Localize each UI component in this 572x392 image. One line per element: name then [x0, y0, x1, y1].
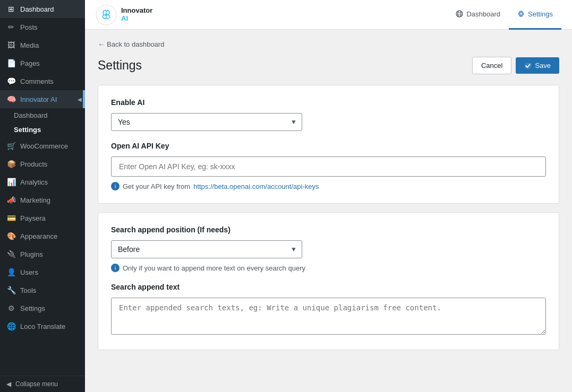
- users-icon: 👤: [6, 268, 16, 276]
- loco-translate-icon: 🌐: [6, 322, 16, 330]
- sidebar-sub-settings[interactable]: Settings: [0, 123, 85, 137]
- sidebar-item-innovator-ai[interactable]: 🧠 Innovator AI ◀: [0, 90, 85, 108]
- collapse-icon: ◀: [6, 380, 11, 388]
- settings-icon: ⚙: [6, 304, 16, 312]
- api-key-hint: i Get your API key from https://beta.ope…: [111, 182, 546, 190]
- search-text-section: Search append text: [111, 283, 546, 337]
- dashboard-icon: ⊞: [6, 5, 16, 13]
- posts-icon: ✏: [6, 23, 16, 31]
- paysera-icon: 💳: [6, 214, 16, 222]
- back-to-dashboard-link[interactable]: ← Back to dashboard: [98, 40, 559, 48]
- globe-icon: [456, 10, 463, 18]
- topnav-settings-button[interactable]: Settings: [509, 0, 561, 30]
- innovator-ai-icon: 🧠: [6, 95, 16, 103]
- svg-point-3: [105, 14, 107, 16]
- appearance-icon: 🎨: [6, 232, 16, 240]
- search-position-select-wrapper: Before After ▼: [111, 240, 302, 258]
- api-key-input[interactable]: [111, 156, 546, 177]
- save-button[interactable]: Save: [516, 57, 559, 74]
- enable-ai-select[interactable]: Yes No: [111, 113, 302, 131]
- sidebar-item-paysera[interactable]: 💳 Paysera: [0, 209, 85, 227]
- media-icon: 🖼: [6, 41, 16, 49]
- sidebar: ⊞ Dashboard ✏ Posts 🖼 Media 📄 Pages 💬 Co…: [0, 0, 85, 392]
- analytics-icon: 📊: [6, 178, 16, 186]
- marketing-icon: 📣: [6, 196, 16, 204]
- search-position-select[interactable]: Before After: [111, 240, 302, 258]
- api-key-link[interactable]: https://beta.openai.com/account/api-keys: [193, 182, 319, 190]
- brand-logo-icon: [96, 4, 117, 25]
- sidebar-item-plugins[interactable]: 🔌 Plugins: [0, 245, 85, 263]
- svg-point-5: [458, 11, 461, 17]
- sidebar-item-dashboard[interactable]: ⊞ Dashboard: [0, 0, 85, 18]
- sidebar-item-appearance[interactable]: 🎨 Appearance: [0, 227, 85, 245]
- search-text-input[interactable]: [111, 298, 546, 335]
- sidebar-item-comments[interactable]: 💬 Comments: [0, 72, 85, 90]
- svg-point-8: [520, 13, 523, 15]
- cancel-button[interactable]: Cancel: [472, 57, 511, 74]
- sidebar-item-marketing[interactable]: 📣 Marketing: [0, 191, 85, 209]
- brand: Innovator AI: [96, 4, 152, 25]
- api-key-label: Open AI API Key: [111, 142, 546, 150]
- products-icon: 📦: [6, 160, 16, 168]
- back-arrow-icon: ←: [98, 40, 105, 48]
- settings-card-ai: Enable AI Yes No ▼ Open AI API Key i Get…: [98, 85, 559, 204]
- plugins-icon: 🔌: [6, 250, 16, 258]
- sidebar-item-users[interactable]: 👤 Users: [0, 263, 85, 281]
- svg-point-4: [456, 11, 463, 17]
- page-header: Settings Cancel Save: [98, 57, 559, 74]
- enable-ai-label: Enable AI: [111, 98, 546, 107]
- info-icon: i: [111, 182, 119, 190]
- sidebar-item-analytics[interactable]: 📊 Analytics: [0, 173, 85, 191]
- enable-ai-select-wrapper: Yes No ▼: [111, 113, 302, 131]
- gear-icon: [517, 10, 525, 18]
- search-position-section: Search append position (If needs) Before…: [111, 225, 546, 272]
- search-position-label: Search append position (If needs): [111, 225, 546, 234]
- save-check-icon: [524, 62, 532, 69]
- collapse-menu-button[interactable]: ◀ Collapse menu: [0, 376, 85, 392]
- info-icon: i: [111, 264, 119, 272]
- sidebar-item-pages[interactable]: 📄 Pages: [0, 54, 85, 72]
- search-text-label: Search append text: [111, 283, 546, 291]
- sidebar-sub-dashboard[interactable]: Dashboard: [0, 108, 85, 123]
- sidebar-item-posts[interactable]: ✏ Posts: [0, 18, 85, 36]
- brand-name: Innovator AI: [121, 7, 152, 22]
- sidebar-item-products[interactable]: 📦 Products: [0, 155, 85, 173]
- search-position-hint: i Only if you want to append more text o…: [111, 264, 546, 272]
- main-area: Innovator AI Dashboard Settings ← Back t…: [85, 0, 572, 392]
- woocommerce-icon: 🛒: [6, 142, 16, 150]
- enable-ai-section: Enable AI Yes No ▼: [111, 98, 546, 131]
- sidebar-item-woocommerce[interactable]: 🛒 WooCommerce: [0, 137, 85, 155]
- pages-icon: 📄: [6, 59, 16, 67]
- sidebar-item-settings[interactable]: ⚙ Settings: [0, 299, 85, 317]
- sidebar-item-tools[interactable]: 🔧 Tools: [0, 281, 85, 299]
- settings-card-search: Search append position (If needs) Before…: [98, 212, 559, 350]
- api-key-section: Open AI API Key i Get your API key from …: [111, 142, 546, 190]
- tools-icon: 🔧: [6, 286, 16, 294]
- comments-icon: 💬: [6, 77, 16, 85]
- sidebar-item-loco-translate[interactable]: 🌐 Loco Translate: [0, 317, 85, 335]
- sidebar-item-media[interactable]: 🖼 Media: [0, 36, 85, 54]
- top-navigation: Innovator AI Dashboard Settings: [85, 0, 572, 30]
- content-area: ← Back to dashboard Settings Cancel Save…: [85, 30, 572, 392]
- active-indicator: ◀: [78, 97, 82, 102]
- page-title: Settings: [98, 58, 472, 73]
- topnav-dashboard-button[interactable]: Dashboard: [447, 0, 509, 30]
